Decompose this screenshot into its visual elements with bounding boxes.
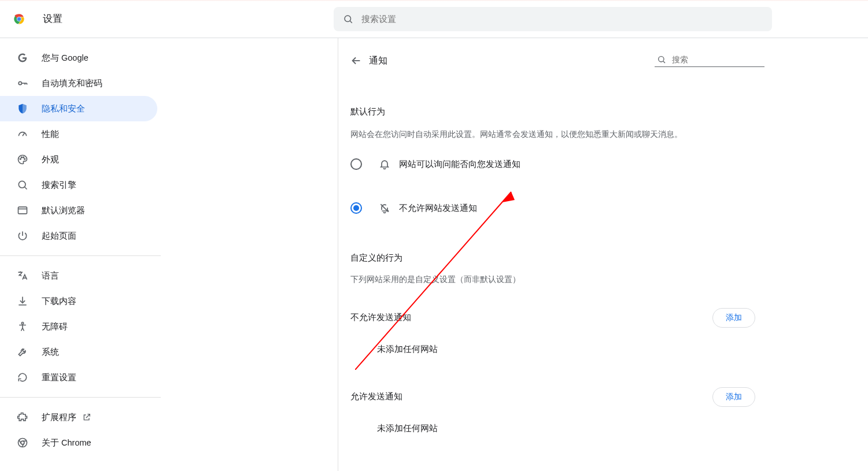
content-divider-left — [338, 38, 338, 471]
app-title: 设置 — [43, 12, 62, 25]
radio-block-label: 不允许网站发送通知 — [399, 203, 477, 214]
sidebar-item-you-and-google[interactable]: 您与 Google — [0, 45, 157, 71]
sidebar-item-label: 无障碍 — [42, 321, 68, 332]
sidebar-item-label: 起始页面 — [42, 231, 76, 242]
block-list-title: 不允许发送通知 — [350, 312, 411, 323]
sidebar-item-languages[interactable]: 语言 — [0, 263, 157, 288]
sidebar-item-system[interactable]: 系统 — [0, 339, 157, 365]
svg-point-11 — [21, 157, 23, 158]
sidebar-item-label: 您与 Google — [42, 53, 88, 64]
sidebar-item-label: 默认浏览器 — [42, 205, 85, 216]
external-link-icon — [82, 413, 91, 422]
add-allow-site-button[interactable]: 添加 — [712, 387, 755, 407]
sidebar-item-extensions[interactable]: 扩展程序 — [0, 405, 157, 430]
palette-icon — [16, 153, 29, 166]
key-icon — [16, 77, 29, 90]
sidebar: 您与 Google 自动填充和密码 隐私和安全 性能 外观 — [0, 38, 161, 471]
add-block-site-button[interactable]: 添加 — [712, 308, 755, 328]
radio-ask[interactable]: 网站可以询问能否向您发送通知 — [338, 152, 768, 176]
allow-list-empty: 未添加任何网站 — [350, 407, 755, 434]
sidebar-item-label: 扩展程序 — [42, 412, 76, 423]
radio-block[interactable]: 不允许网站发送通知 — [338, 196, 768, 220]
bell-off-icon — [378, 202, 391, 214]
default-behavior-title: 默认行为 — [338, 106, 768, 117]
sidebar-item-label: 性能 — [42, 129, 59, 140]
extension-icon — [16, 411, 29, 424]
sidebar-item-label: 外观 — [42, 154, 59, 165]
sidebar-item-label: 关于 Chrome — [42, 437, 91, 448]
sidebar-item-label: 系统 — [42, 347, 59, 358]
header-search-input[interactable] — [361, 14, 763, 24]
custom-behavior-title: 自定义的行为 — [350, 253, 755, 264]
default-behavior-desc: 网站会在您访问时自动采用此设置。网站通常会发送通知，以便您知悉重大新闻或聊天消息… — [338, 128, 768, 140]
sidebar-item-reset[interactable]: 重置设置 — [0, 365, 157, 390]
search-icon — [343, 14, 353, 24]
download-icon — [16, 295, 29, 307]
header: 设置 — [0, 0, 868, 38]
svg-point-13 — [24, 158, 25, 160]
header-search[interactable] — [334, 7, 772, 31]
sidebar-item-performance[interactable]: 性能 — [0, 121, 157, 147]
content-title: 通知 — [369, 55, 387, 67]
sidebar-item-downloads[interactable]: 下载内容 — [0, 288, 157, 314]
bell-icon — [378, 158, 391, 170]
chrome-logo-icon — [12, 12, 27, 27]
chrome-outline-icon — [16, 436, 29, 449]
sidebar-divider — [0, 255, 161, 256]
shield-icon — [16, 102, 29, 115]
svg-line-25 — [663, 61, 665, 63]
sidebar-item-search-engine[interactable]: 搜索引擎 — [0, 172, 157, 198]
power-icon — [16, 229, 29, 242]
search-icon — [657, 55, 666, 64]
sidebar-divider — [0, 397, 161, 398]
radio-checked-icon — [350, 202, 362, 214]
content: 通知 默认行为 网站会在您访问时自动采用此设置。网站通常会发送通知，以便您知悉重… — [338, 38, 768, 471]
sidebar-item-default-browser[interactable]: 默认浏览器 — [0, 198, 157, 223]
sidebar-item-label: 隐私和安全 — [42, 103, 85, 114]
svg-line-15 — [25, 187, 27, 190]
svg-point-3 — [345, 16, 351, 22]
svg-point-10 — [20, 158, 21, 160]
svg-point-18 — [21, 322, 23, 324]
content-search[interactable] — [655, 55, 764, 67]
wrench-icon — [16, 346, 29, 358]
svg-point-12 — [23, 157, 24, 158]
custom-behavior-desc: 下列网站采用的是自定义设置（而非默认设置） — [350, 273, 755, 285]
svg-point-14 — [19, 181, 25, 188]
reset-icon — [16, 371, 29, 384]
allow-list-title: 允许发送通知 — [350, 391, 402, 402]
translate-icon — [16, 269, 29, 282]
sidebar-item-accessibility[interactable]: 无障碍 — [0, 314, 157, 339]
back-button[interactable] — [347, 51, 365, 70]
sidebar-item-label: 重置设置 — [42, 372, 76, 383]
sidebar-item-label: 下载内容 — [42, 296, 76, 307]
svg-rect-16 — [19, 207, 27, 214]
svg-line-4 — [350, 21, 352, 23]
sidebar-item-label: 自动填充和密码 — [42, 78, 102, 89]
speedometer-icon — [16, 128, 29, 140]
radio-unchecked-icon — [350, 158, 362, 170]
svg-line-9 — [23, 133, 24, 136]
content-search-input[interactable] — [672, 55, 762, 64]
search-icon — [16, 179, 29, 191]
sidebar-item-on-startup[interactable]: 起始页面 — [0, 223, 157, 249]
svg-point-5 — [19, 81, 21, 84]
radio-ask-label: 网站可以询问能否向您发送通知 — [399, 159, 520, 170]
sidebar-item-about-chrome[interactable]: 关于 Chrome — [0, 430, 157, 455]
sidebar-item-appearance[interactable]: 外观 — [0, 147, 157, 172]
block-list-empty: 未添加任何网站 — [350, 328, 755, 355]
browser-icon — [16, 204, 29, 217]
sidebar-item-privacy-security[interactable]: 隐私和安全 — [0, 96, 157, 121]
sidebar-item-label: 语言 — [42, 270, 59, 281]
accessibility-icon — [16, 320, 29, 333]
sidebar-item-label: 搜索引擎 — [42, 180, 76, 191]
sidebar-item-autofill[interactable]: 自动填充和密码 — [0, 71, 157, 96]
google-g-icon — [16, 51, 29, 64]
svg-point-24 — [659, 56, 664, 61]
